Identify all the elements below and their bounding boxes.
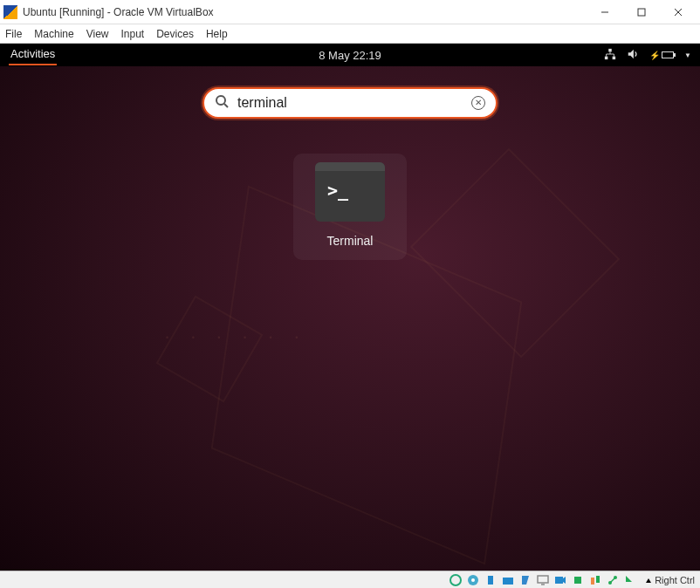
network-status-icon[interactable] — [606, 574, 620, 586]
svg-line-24 — [610, 578, 615, 583]
window-title: Ubuntu [Running] - Oracle VM VirtualBox — [23, 6, 587, 18]
menu-machine[interactable]: Machine — [34, 28, 73, 40]
terminal-icon: >_ — [315, 162, 385, 222]
host-key-indicator[interactable]: Right Ctrl — [644, 575, 695, 585]
hard-disk-icon[interactable] — [449, 574, 463, 586]
battery-icon: ⚡ — [649, 51, 674, 60]
vbox-statusbar: Right Ctrl — [0, 571, 700, 588]
activities-button[interactable]: Activities — [9, 45, 57, 65]
gnome-topbar: Activities 8 May 22:19 ⚡ ▼ — [0, 44, 700, 66]
svg-rect-21 — [596, 576, 600, 583]
cpu-icon[interactable] — [571, 574, 585, 586]
menu-input[interactable]: Input — [121, 28, 145, 40]
search-box: ✕ — [202, 87, 498, 119]
svg-marker-26 — [646, 578, 651, 583]
vbox-menubar: File Machine View Input Devices Help — [0, 24, 700, 44]
svg-rect-13 — [488, 576, 493, 585]
virtualbox-icon — [3, 5, 17, 19]
svg-rect-19 — [574, 577, 581, 584]
system-tray[interactable]: ⚡ ▼ — [604, 48, 691, 63]
clear-search-button[interactable]: ✕ — [471, 96, 485, 110]
search-result-terminal[interactable]: >_ Terminal — [293, 154, 407, 260]
svg-point-8 — [216, 96, 225, 105]
svg-point-10 — [450, 575, 461, 585]
background-dots: • • • • • • — [166, 333, 308, 342]
mouse-integration-icon[interactable] — [588, 574, 602, 586]
usb-icon[interactable] — [484, 574, 498, 586]
svg-marker-18 — [563, 577, 566, 584]
svg-rect-14 — [503, 578, 513, 585]
svg-rect-17 — [555, 577, 563, 584]
keyboard-icon[interactable] — [623, 574, 637, 586]
optical-disc-icon[interactable] — [466, 574, 480, 586]
search-icon — [215, 94, 229, 112]
svg-rect-20 — [591, 578, 594, 585]
minimize-button[interactable] — [587, 2, 623, 23]
vbox-titlebar: Ubuntu [Running] - Oracle VM VirtualBox — [0, 0, 700, 24]
menu-devices[interactable]: Devices — [156, 28, 194, 40]
result-label: Terminal — [327, 234, 374, 248]
maximize-button[interactable] — [623, 2, 660, 23]
svg-marker-7 — [628, 49, 634, 58]
svg-rect-5 — [605, 56, 608, 59]
volume-icon — [627, 48, 639, 63]
close-button[interactable] — [660, 2, 697, 23]
svg-marker-25 — [626, 576, 632, 582]
network-icon — [604, 48, 616, 63]
svg-rect-15 — [538, 576, 548, 583]
chevron-down-icon: ▼ — [684, 51, 691, 59]
svg-rect-1 — [638, 9, 645, 16]
display-icon[interactable] — [536, 574, 550, 586]
svg-point-12 — [471, 578, 475, 582]
search-input[interactable] — [237, 95, 463, 111]
menu-view[interactable]: View — [86, 28, 109, 40]
recording-icon[interactable] — [553, 574, 567, 586]
shared-folder-icon[interactable] — [501, 574, 515, 586]
svg-line-9 — [224, 104, 228, 107]
clipboard-icon[interactable] — [518, 574, 532, 586]
svg-rect-4 — [608, 48, 612, 51]
menu-file[interactable]: File — [5, 28, 22, 40]
menu-help[interactable]: Help — [206, 28, 228, 40]
vm-screen: • • • • • • Activities 8 May 22:19 ⚡ ▼ ✕ — [0, 44, 700, 571]
clock[interactable]: 8 May 22:19 — [319, 49, 381, 62]
search-overlay: ✕ >_ Terminal — [202, 87, 498, 260]
window-controls — [587, 2, 697, 23]
svg-rect-6 — [613, 56, 616, 59]
